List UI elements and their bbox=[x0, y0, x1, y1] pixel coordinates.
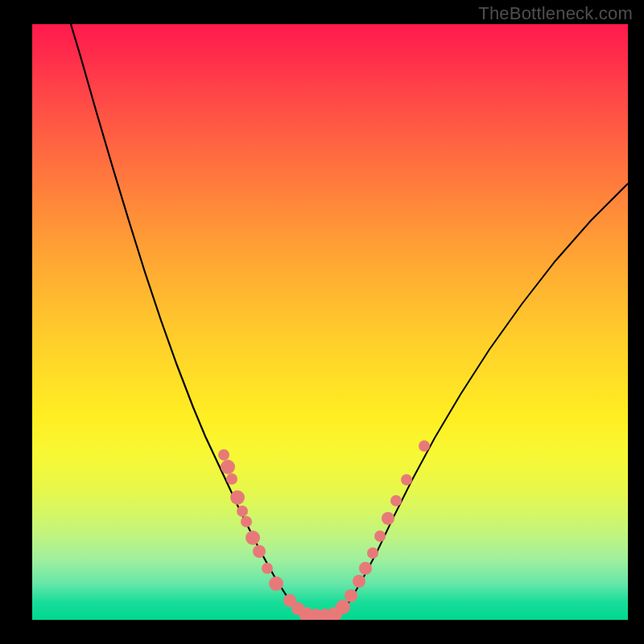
marker-dot bbox=[237, 506, 248, 517]
marker-dot bbox=[246, 530, 260, 545]
marker-dot bbox=[390, 495, 402, 506]
marker-dot bbox=[345, 589, 357, 602]
marker-dot bbox=[367, 547, 378, 559]
marker-dot bbox=[241, 516, 252, 527]
marker-dot bbox=[230, 490, 245, 505]
marker-dot bbox=[374, 530, 386, 542]
chart-frame: TheBottleneck.com bbox=[0, 0, 644, 644]
marker-dot bbox=[262, 563, 273, 574]
marker-dot bbox=[269, 576, 283, 591]
curve-right-branch bbox=[340, 184, 628, 613]
marker-dot bbox=[226, 473, 237, 485]
plot-area bbox=[32, 24, 628, 620]
marker-dot bbox=[401, 474, 412, 485]
marker-dot bbox=[336, 600, 350, 614]
marker-dot bbox=[218, 449, 229, 460]
marker-dot bbox=[353, 575, 365, 588]
marker-dot bbox=[382, 512, 394, 525]
curve-left-branch bbox=[71, 24, 302, 615]
watermark-label: TheBottleneck.com bbox=[478, 3, 633, 24]
marker-dot bbox=[359, 562, 372, 575]
marker-dot bbox=[253, 545, 266, 558]
marker-dot bbox=[221, 460, 235, 474]
curve-svg bbox=[32, 24, 628, 620]
marker-dot bbox=[419, 440, 430, 452]
